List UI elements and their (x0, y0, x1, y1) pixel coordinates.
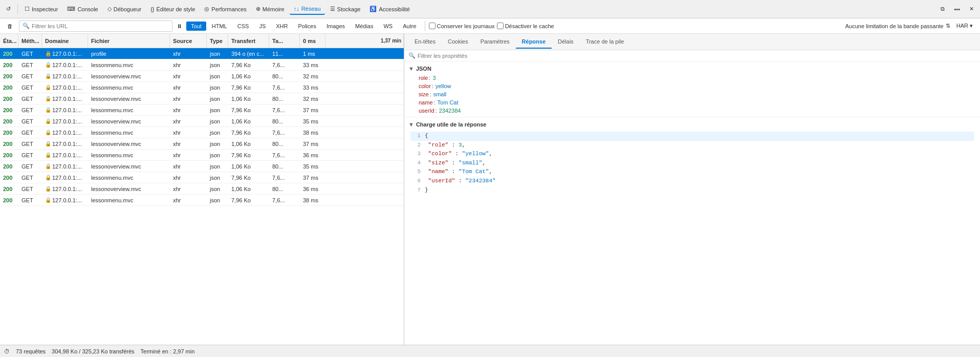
memoire-button[interactable]: ⊕ Mémoire (252, 4, 289, 14)
td-file: lessonmenu.mvc (88, 150, 170, 160)
td-size: 7,6... (269, 82, 300, 93)
td-type: json (207, 138, 228, 149)
table-row[interactable]: 200 GET 🔒127.0.0.1:... profile xhr json … (0, 48, 404, 59)
th-size: Ta... (269, 34, 300, 48)
td-size: 7,6... (269, 150, 300, 160)
pause-filter-button[interactable]: ⏸ (175, 23, 184, 29)
json-prop: userId: 2342384 (408, 107, 976, 115)
filter-input-container: 🔍 (19, 20, 172, 32)
performances-button[interactable]: ◎ Performances (200, 4, 250, 14)
editeur-style-button[interactable]: {} Éditeur de style (146, 4, 199, 14)
td-transfer: 7,96 Ko (228, 104, 269, 115)
devtools-toolbar: ↺ ☐ Inspecteur ⌨ Console ◇ Débogueur {} … (0, 0, 980, 18)
tab-reponse[interactable]: Réponse (516, 35, 552, 49)
td-source: xhr (170, 82, 207, 93)
td-status: 200 (0, 104, 18, 115)
payload-arrow-icon[interactable]: ▼ (408, 121, 414, 128)
reload-button[interactable]: ↺ (2, 4, 15, 14)
table-row[interactable]: 200 GET 🔒127.0.0.1:... lessonoverview.mv… (0, 116, 404, 127)
th-type: Type (207, 34, 228, 48)
td-time: 35 ms (300, 116, 325, 127)
close-button[interactable]: ✕ (965, 4, 978, 14)
th-waterfall: 1,37 min (325, 34, 404, 48)
right-panel-content: ▼ JSON role: 3color: yellowsize: smallna… (404, 61, 980, 345)
json-arrow-icon[interactable]: ▼ (408, 66, 414, 72)
separator (17, 4, 18, 14)
td-method: GET (18, 48, 42, 59)
json-value: Tom Cat (438, 99, 459, 106)
filter-polices-button[interactable]: Polices (293, 22, 320, 31)
clear-network-button[interactable]: 🗑 (3, 21, 17, 31)
filter-xhr-button[interactable]: XHR (271, 22, 292, 31)
td-file: lessonoverview.mvc (88, 71, 170, 81)
filter-images-button[interactable]: Images (322, 22, 350, 31)
td-domain: 🔒127.0.0.1:... (42, 138, 88, 149)
separator2 (425, 21, 425, 31)
debogueur-button[interactable]: ◇ Débogueur (103, 4, 145, 14)
td-waterfall (325, 161, 404, 172)
more-button[interactable]: ••• (950, 4, 964, 14)
td-domain: 🔒127.0.0.1:... (42, 172, 88, 183)
filter-props-input[interactable] (418, 53, 976, 59)
json-key: size (419, 91, 429, 97)
payload-line: 5 "name" : "Tom Cat", (410, 167, 974, 177)
console-button[interactable]: ⌨ Console (63, 4, 102, 14)
filter-medias-button[interactable]: Médias (351, 22, 378, 31)
td-type: json (207, 161, 228, 172)
tab-delais[interactable]: Délais (552, 35, 580, 49)
td-waterfall (325, 183, 404, 194)
payload-line: 4 "size" : "small", (410, 159, 974, 168)
conserver-checkbox[interactable] (429, 23, 435, 29)
filter-url-input[interactable] (32, 23, 169, 29)
table-row[interactable]: 200 GET 🔒127.0.0.1:... lessonoverview.mv… (0, 71, 404, 82)
td-waterfall (325, 127, 404, 138)
td-size: 80... (269, 71, 300, 81)
json-key: color (419, 83, 431, 89)
tab-trace[interactable]: Trace de la pile (580, 35, 630, 49)
table-row[interactable]: 200 GET 🔒127.0.0.1:... lessonoverview.mv… (0, 138, 404, 150)
td-source: xhr (170, 127, 207, 138)
filter-js-button[interactable]: JS (254, 22, 270, 31)
table-row[interactable]: 200 GET 🔒127.0.0.1:... lessonmenu.mvc xh… (0, 127, 404, 138)
reseau-button[interactable]: ↑↓ Réseau (290, 4, 325, 15)
td-size: 80... (269, 138, 300, 149)
table-row[interactable]: 200 GET 🔒127.0.0.1:... lessonmenu.mvc xh… (0, 59, 404, 71)
table-row[interactable]: 200 GET 🔒127.0.0.1:... lessonmenu.mvc xh… (0, 150, 404, 161)
table-row[interactable]: 200 GET 🔒127.0.0.1:... lessonoverview.mv… (0, 93, 404, 104)
filter-autre-button[interactable]: Autre (398, 22, 421, 31)
table-row[interactable]: 200 GET 🔒127.0.0.1:... lessonoverview.mv… (0, 183, 404, 195)
har-button[interactable]: HAR ▾ (952, 20, 977, 31)
td-type: json (207, 150, 228, 160)
responsive-icon: ⧉ (941, 6, 945, 12)
stockage-button[interactable]: ☰ Stockage (326, 4, 365, 14)
filter-ws-button[interactable]: WS (379, 22, 397, 31)
filter-tout-button[interactable]: Tout (186, 22, 206, 31)
filter-props-bar: 🔍 (404, 50, 980, 61)
table-row[interactable]: 200 GET 🔒127.0.0.1:... lessonoverview.mv… (0, 161, 404, 172)
td-status: 200 (0, 71, 18, 81)
responsive-button[interactable]: ⧉ (937, 4, 949, 14)
tab-cookies[interactable]: Cookies (442, 35, 474, 49)
conserver-label[interactable]: Conserver les journaux (429, 23, 495, 29)
td-file: lessonmenu.mvc (88, 59, 170, 70)
td-time: 37 ms (300, 172, 325, 183)
td-transfer: 1,06 Ko (228, 161, 269, 172)
line-number: 2 (410, 141, 421, 150)
inspecteur-button[interactable]: ☐ Inspecteur (20, 4, 62, 14)
table-row[interactable]: 200 GET 🔒127.0.0.1:... lessonmenu.mvc xh… (0, 195, 404, 206)
desactiver-label[interactable]: Désactiver le cache (497, 23, 554, 29)
filter-html-button[interactable]: HTML (207, 22, 232, 31)
tab-parametres[interactable]: Paramètres (474, 35, 516, 49)
desactiver-checkbox[interactable] (497, 23, 504, 29)
accessibilite-button[interactable]: ♿ Accessibilité (365, 4, 414, 14)
filter-css-button[interactable]: CSS (233, 22, 254, 31)
table-row[interactable]: 200 GET 🔒127.0.0.1:... lessonmenu.mvc xh… (0, 82, 404, 93)
table-row[interactable]: 200 GET 🔒127.0.0.1:... lessonmenu.mvc xh… (0, 104, 404, 116)
th-status: Éta... (0, 34, 18, 48)
td-size: 7,6... (269, 195, 300, 205)
td-time: 35 ms (300, 161, 325, 172)
tab-en-tetes[interactable]: En-têtes (408, 35, 442, 49)
table-row[interactable]: 200 GET 🔒127.0.0.1:... lessonmenu.mvc xh… (0, 172, 404, 183)
td-status: 200 (0, 48, 18, 59)
json-props: role: 3color: yellowsize: smallname: Tom… (408, 74, 976, 115)
